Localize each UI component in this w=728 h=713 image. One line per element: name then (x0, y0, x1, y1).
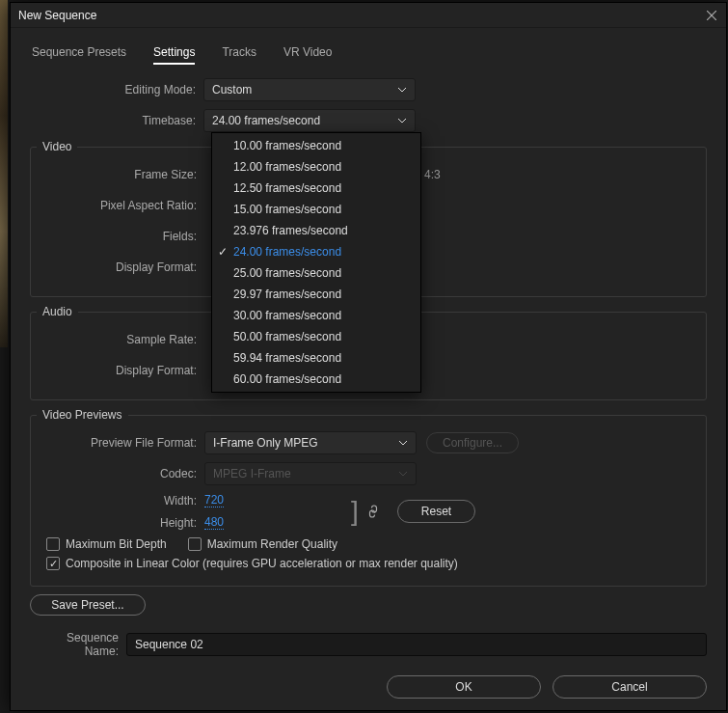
configure-button: Configure... (426, 432, 519, 453)
timebase-option[interactable]: 23.976 frames/second (212, 220, 420, 241)
close-icon (707, 11, 716, 20)
timebase-option[interactable]: 60.00 frames/second (212, 369, 420, 390)
chevron-down-icon (397, 85, 407, 95)
label-frame-size: Frame Size: (31, 168, 204, 181)
editing-mode-value: Custom (212, 83, 252, 96)
label-composite-linear: Composite in Linear Color (requires GPU … (66, 557, 458, 570)
sequence-name-input[interactable] (126, 633, 707, 656)
reset-button[interactable]: Reset (397, 500, 475, 523)
label-preview-format: Preview File Format: (31, 436, 204, 450)
label-display-format-video: Display Format: (31, 261, 204, 274)
height-input[interactable]: 480 (204, 515, 224, 530)
tab-settings[interactable]: Settings (153, 45, 195, 65)
group-audio-legend: Audio (37, 305, 78, 318)
bottom-area: Sequence Name: OK Cancel (30, 616, 707, 704)
tab-sequence-presets[interactable]: Sequence Presets (32, 45, 126, 65)
tabs: Sequence Presets Settings Tracks VR Vide… (30, 45, 707, 78)
timebase-value: 24.00 frames/second (212, 114, 320, 127)
frame-size-aspect: 4:3 (424, 168, 441, 181)
label-editing-mode: Editing Mode: (30, 83, 203, 96)
label-display-format-audio: Display Format: (31, 364, 204, 377)
save-preset-button[interactable]: Save Preset... (30, 594, 146, 616)
tab-tracks[interactable]: Tracks (222, 45, 256, 65)
label-fields: Fields: (31, 230, 204, 243)
form-area: Editing Mode: Custom Timebase: 24.00 fra… (30, 78, 707, 616)
label-max-render-quality: Maximum Render Quality (207, 537, 337, 551)
chevron-down-icon (398, 438, 408, 448)
chevron-down-icon (397, 116, 407, 125)
label-height: Height: (31, 516, 204, 530)
cancel-button[interactable]: Cancel (553, 675, 707, 699)
dialog-content: Sequence Presets Settings Tracks VR Vide… (11, 28, 726, 710)
group-video-previews: Video Previews Preview File Format: I-Fr… (30, 408, 707, 587)
checkbox-composite-linear[interactable] (46, 557, 60, 570)
ok-button[interactable]: OK (387, 675, 541, 699)
link-width-height[interactable]: ] (347, 505, 380, 518)
label-codec: Codec: (31, 467, 204, 480)
label-pixel-aspect: Pixel Aspect Ratio: (31, 199, 204, 212)
timebase-option[interactable]: 12.50 frames/second (212, 178, 420, 199)
link-icon (366, 505, 380, 518)
new-sequence-dialog: New Sequence Sequence Presets Settings T… (10, 2, 727, 711)
timebase-dropdown[interactable]: 10.00 frames/second12.00 frames/second12… (211, 132, 421, 393)
timebase-option[interactable]: 30.00 frames/second (212, 305, 420, 326)
timebase-select[interactable]: 24.00 frames/second (203, 109, 416, 132)
background-image (0, 0, 8, 347)
group-previews-legend: Video Previews (37, 408, 128, 422)
timebase-option[interactable]: 24.00 frames/second (212, 241, 420, 262)
timebase-option[interactable]: 59.94 frames/second (212, 347, 420, 369)
group-video-legend: Video (37, 140, 77, 153)
preview-format-select[interactable]: I-Frame Only MPEG (204, 431, 417, 454)
timebase-option[interactable]: 50.00 frames/second (212, 326, 420, 347)
label-sequence-name: Sequence Name: (30, 631, 126, 658)
label-timebase: Timebase: (30, 114, 203, 127)
codec-value: MPEG I-Frame (213, 467, 291, 480)
chevron-down-icon (398, 469, 408, 479)
timebase-option[interactable]: 29.97 frames/second (212, 284, 420, 305)
checkbox-max-bit-depth[interactable] (46, 537, 60, 551)
dialog-title: New Sequence (18, 9, 96, 22)
preview-format-value: I-Frame Only MPEG (213, 436, 318, 450)
editing-mode-select[interactable]: Custom (203, 78, 416, 101)
width-input[interactable]: 720 (204, 493, 224, 507)
titlebar: New Sequence (11, 3, 726, 28)
label-width: Width: (31, 494, 204, 507)
label-sample-rate: Sample Rate: (31, 333, 204, 346)
checkbox-max-render-quality[interactable] (188, 537, 202, 551)
timebase-option[interactable]: 12.00 frames/second (212, 156, 420, 178)
bracket-icon: ] (347, 505, 363, 518)
timebase-option[interactable]: 15.00 frames/second (212, 199, 420, 220)
timebase-option[interactable]: 25.00 frames/second (212, 262, 420, 284)
label-max-bit-depth: Maximum Bit Depth (66, 537, 167, 551)
codec-select: MPEG I-Frame (204, 462, 417, 485)
close-button[interactable] (705, 9, 718, 22)
timebase-option[interactable]: 10.00 frames/second (212, 135, 420, 156)
tab-vr-video[interactable]: VR Video (283, 45, 332, 65)
